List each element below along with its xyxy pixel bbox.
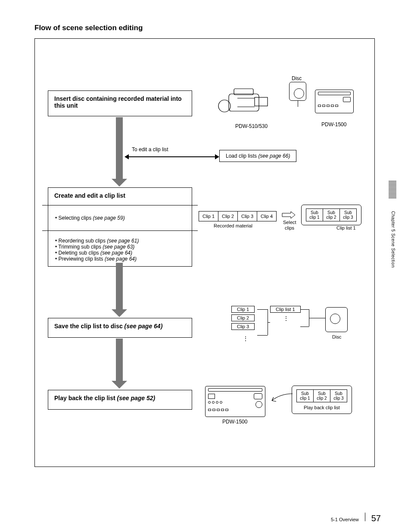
edit-label: To edit a clip list (132, 146, 168, 152)
step3-title: Save the clip list to disc (see page 64) (54, 323, 186, 330)
step2-title: Create and edit a clip list (54, 192, 186, 199)
deck-bottom-label: PDW-1500 (222, 419, 247, 425)
sub1: Sub clip 1 (306, 208, 323, 221)
save-cliplist1: Clip list 1 (270, 306, 301, 313)
disc-save-label: Disc (332, 334, 341, 339)
vdots1: ⋮ (243, 337, 249, 340)
disc-icon (289, 82, 306, 101)
arrow-step1-step2 (116, 117, 123, 180)
disc-save-icon (325, 307, 348, 332)
cliplist1-label: Clip list 1 (336, 225, 356, 230)
clip4: Clip 4 (257, 211, 277, 221)
save-list-col: Clip list 1 (270, 306, 301, 314)
footer-divider (365, 513, 365, 521)
step2-selecting: Selecting clips (see page 59) (55, 215, 186, 221)
arrow-step3-step4 (116, 339, 123, 382)
conn1 (257, 309, 268, 310)
step2-b4: Previewing clip lists (see page 64) (55, 256, 186, 262)
vdots2: ⋮ (283, 317, 289, 320)
save-clips-col: Clip 1 Clip 2 Clip 3 (231, 306, 255, 332)
load-box: Load clip lists (see page 66) (219, 150, 296, 162)
pb-sub3: Sub clip 3 (330, 389, 347, 402)
camera-label: PDW-510/530 (235, 123, 268, 129)
page-footer: 5-1 Overview 57 (331, 513, 381, 523)
conn3 (257, 335, 268, 336)
conn4 (268, 322, 270, 323)
playback-label: Play back clip list (296, 405, 347, 410)
playback-arrow (268, 392, 293, 405)
conn5 (300, 309, 309, 310)
load-ref: (see page 66) (258, 153, 290, 159)
conn7 (300, 327, 309, 327)
step2-b1: Reordering sub clips (see page 61) (55, 238, 186, 244)
arrow-step2-step3 (116, 263, 123, 310)
disc-label-top: Disc (292, 75, 302, 81)
save-clip2: Clip 2 (231, 314, 255, 321)
load-text: Load clip lists (226, 153, 258, 159)
svg-rect-2 (255, 97, 268, 106)
step2-box: Create and edit a clip list Selecting cl… (48, 187, 192, 267)
recorded-label: Recorded material (214, 223, 252, 228)
pb-sub1: Sub clip 1 (296, 389, 314, 402)
side-hatch (389, 181, 396, 198)
camera-icon (216, 85, 272, 120)
step3-box: Save the clip list to disc (see page 64) (48, 318, 192, 338)
step4-title: Play back the clip list (see page 52) (54, 395, 186, 401)
clip3: Clip 3 (237, 211, 257, 221)
pb-sub2: Sub clip 2 (313, 389, 330, 402)
disc-connector (298, 101, 298, 107)
side-chapter-label: Chapter 5 Scene Selection (391, 211, 395, 268)
step4-box: Play back the clip list (see page 52) (48, 390, 192, 410)
deck-icon-top (315, 90, 354, 113)
cliplist1-box: Sub clip 1 Sub clip 2 Sub clip 3 (301, 205, 361, 225)
clip2: Clip 2 (218, 211, 238, 221)
conn8 (309, 318, 325, 318)
step2-b3: Deleting sub clips (see page 64) (55, 250, 186, 256)
recorded-clips: Clip 1 Clip 2 Clip 3 Clip 4 (199, 211, 277, 221)
step2-b2: Trimming sub clips (see page 63) (55, 244, 186, 250)
deck-icon-bottom (205, 386, 265, 417)
sub2: Sub clip 2 (323, 208, 340, 221)
step1-title: Insert disc containing recorded material… (54, 95, 186, 109)
select-arrow-icon (281, 211, 296, 219)
deck-label-top: PDW-1500 (321, 121, 346, 128)
footer-section: 5-1 Overview (331, 517, 359, 522)
diagram-frame: Insert disc containing recorded material… (34, 38, 375, 467)
clip1: Clip 1 (199, 211, 218, 221)
save-clip1: Clip 1 (231, 306, 255, 313)
bidir-arrow (129, 156, 215, 157)
playback-box: Sub clip 1 Sub clip 2 Sub clip 3 Play ba… (292, 386, 352, 414)
page-heading: Flow of scene selection editing (34, 24, 379, 32)
select-label1: Select (283, 220, 296, 225)
sub3: Sub clip 3 (339, 208, 357, 221)
save-clip3: Clip 3 (231, 323, 255, 330)
page-number: 57 (371, 513, 381, 523)
select-label2: clips (285, 225, 294, 230)
step1-box: Insert disc containing recorded material… (48, 90, 192, 116)
